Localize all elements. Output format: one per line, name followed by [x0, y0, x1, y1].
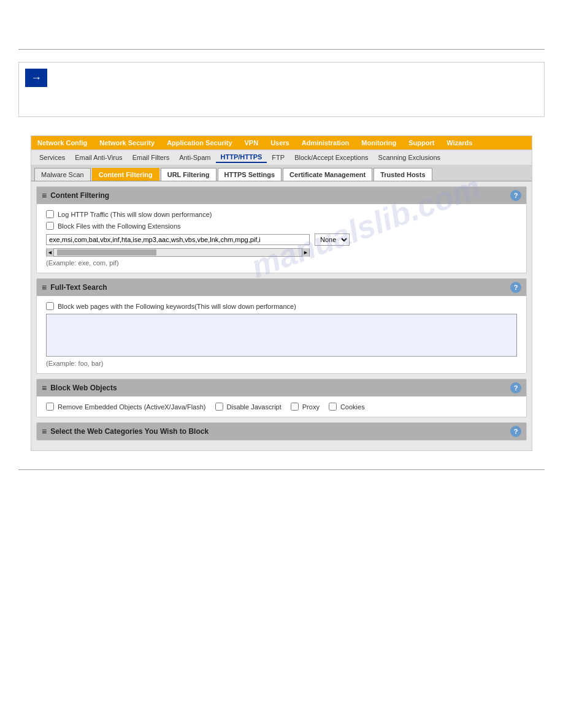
nav-application-security[interactable]: Application Security: [161, 136, 238, 150]
block-files-row: Block Files with the Following Extension…: [46, 222, 517, 230]
block-web-objects-help-icon[interactable]: ?: [510, 382, 521, 393]
extensions-action-select[interactable]: None Block Log: [315, 233, 350, 246]
second-nav-email-antivirus[interactable]: Email Anti-Virus: [70, 153, 127, 162]
disable-javascript-label[interactable]: Disable Javascript: [215, 403, 282, 411]
block-objects-row: Remove Embedded Objects (ActiveX/Java/Fl…: [46, 403, 517, 411]
log-http-row: Log HTTP Traffic (This will slow down pe…: [46, 210, 517, 218]
scroll-left-btn[interactable]: ◄: [47, 248, 54, 257]
embedded-objects-checkbox[interactable]: [46, 403, 54, 411]
block-files-text: Block Files with the Following Extension…: [58, 222, 181, 230]
log-http-checkbox[interactable]: [46, 210, 54, 218]
web-categories-help-icon[interactable]: ?: [510, 426, 521, 437]
nav-support[interactable]: Support: [402, 136, 440, 150]
block-files-checkbox[interactable]: [46, 222, 54, 230]
scroll-thumb: [57, 249, 156, 256]
extensions-input[interactable]: [46, 234, 310, 245]
nav-network-security[interactable]: Network Security: [93, 136, 161, 150]
second-nav-services[interactable]: Services: [34, 153, 70, 162]
content-filtering-help-icon[interactable]: ?: [510, 190, 521, 201]
disable-javascript-checkbox[interactable]: [215, 403, 223, 411]
nav-network-config[interactable]: Network Config: [31, 136, 93, 150]
scroll-right-btn[interactable]: ►: [302, 248, 309, 257]
nav-administration[interactable]: Administration: [296, 136, 356, 150]
content-area: Content Filtering ? Log HTTP Traffic (Th…: [31, 181, 532, 450]
ui-container: Network Config Network Security Applicat…: [31, 135, 532, 451]
web-categories-header: Select the Web Categories You Wish to Bl…: [37, 423, 526, 440]
note-box: [18, 62, 545, 117]
content-filtering-header: Content Filtering ?: [37, 187, 526, 204]
second-nav-anti-spam[interactable]: Anti-Spam: [174, 153, 215, 162]
block-web-objects-header: Block Web Objects ?: [37, 379, 526, 396]
embedded-objects-label[interactable]: Remove Embedded Objects (ActiveX/Java/Fl…: [46, 403, 206, 411]
nav-wizards[interactable]: Wizards: [440, 136, 478, 150]
cookies-text: Cookies: [340, 403, 365, 411]
tab-bar: Malware Scan Content Filtering URL Filte…: [31, 165, 532, 181]
full-text-search-body: Block web pages with the Following keywo…: [37, 296, 526, 373]
block-web-objects-body: Remove Embedded Objects (ActiveX/Java/Fl…: [37, 396, 526, 417]
tab-url-filtering[interactable]: URL Filtering: [161, 168, 216, 181]
tab-trusted-hosts[interactable]: Trusted Hosts: [373, 168, 432, 181]
second-nav-ftp[interactable]: FTP: [267, 153, 289, 162]
content-filtering-title: Content Filtering: [42, 191, 109, 200]
block-files-label[interactable]: Block Files with the Following Extension…: [46, 222, 181, 230]
block-web-objects-section: Block Web Objects ? Remove Embedded Obje…: [36, 379, 527, 417]
extensions-scrollbar[interactable]: ◄ ►: [46, 248, 310, 257]
top-nav: Network Config Network Security Applicat…: [31, 136, 532, 150]
log-http-text: Log HTTP Traffic (This will slow down pe…: [58, 211, 212, 218]
web-categories-section: Select the Web Categories You Wish to Bl…: [36, 422, 527, 441]
block-web-objects-title: Block Web Objects: [42, 383, 117, 393]
bottom-divider: [18, 469, 545, 470]
second-nav-scanning-exclusions[interactable]: Scanning Exclusions: [373, 153, 446, 162]
web-categories-title: Select the Web Categories You Wish to Bl…: [42, 427, 209, 436]
content-filtering-body: Log HTTP Traffic (This will slow down pe…: [37, 204, 526, 273]
full-text-search-help-icon[interactable]: ?: [510, 282, 521, 293]
full-text-search-title: Full-Text Search: [42, 282, 107, 292]
block-keywords-row: Block web pages with the Following keywo…: [46, 302, 517, 310]
extensions-row: None Block Log: [46, 233, 517, 246]
keywords-textarea[interactable]: [46, 314, 517, 357]
cookies-checkbox[interactable]: [329, 403, 337, 411]
tab-https-settings[interactable]: HTTPS Settings: [218, 168, 282, 181]
second-nav-email-filters[interactable]: Email Filters: [128, 153, 175, 162]
disable-javascript-text: Disable Javascript: [227, 403, 282, 411]
extensions-example: (Example: exe, com, pif): [46, 259, 517, 267]
arrow-icon: [25, 69, 47, 87]
content-filtering-section: Content Filtering ? Log HTTP Traffic (Th…: [36, 186, 527, 273]
nav-vpn[interactable]: VPN: [239, 136, 265, 150]
proxy-text: Proxy: [302, 403, 320, 411]
block-keywords-label[interactable]: Block web pages with the Following keywo…: [46, 302, 296, 310]
keywords-example: (Example: foo, bar): [46, 360, 517, 367]
second-nav-block-accept[interactable]: Block/Accept Exceptions: [289, 153, 373, 162]
full-text-search-section: Full-Text Search ? Block web pages with …: [36, 278, 527, 374]
full-text-search-header: Full-Text Search ?: [37, 279, 526, 296]
proxy-label[interactable]: Proxy: [291, 403, 320, 411]
tab-certificate-management[interactable]: Certificate Management: [283, 168, 372, 181]
second-nav: Services Email Anti-Virus Email Filters …: [31, 150, 532, 165]
tab-malware-scan[interactable]: Malware Scan: [34, 168, 91, 181]
second-nav-http-https[interactable]: HTTP/HTTPS: [216, 152, 267, 163]
embedded-objects-text: Remove Embedded Objects (ActiveX/Java/Fl…: [58, 403, 206, 411]
proxy-checkbox[interactable]: [291, 403, 299, 411]
block-keywords-checkbox[interactable]: [46, 302, 54, 310]
log-http-label[interactable]: Log HTTP Traffic (This will slow down pe…: [46, 210, 212, 218]
cookies-label[interactable]: Cookies: [329, 403, 365, 411]
nav-users[interactable]: Users: [264, 136, 296, 150]
nav-monitoring[interactable]: Monitoring: [355, 136, 402, 150]
top-divider: [18, 49, 545, 50]
tab-content-filtering[interactable]: Content Filtering: [92, 168, 159, 181]
block-keywords-text: Block web pages with the Following keywo…: [58, 303, 296, 310]
